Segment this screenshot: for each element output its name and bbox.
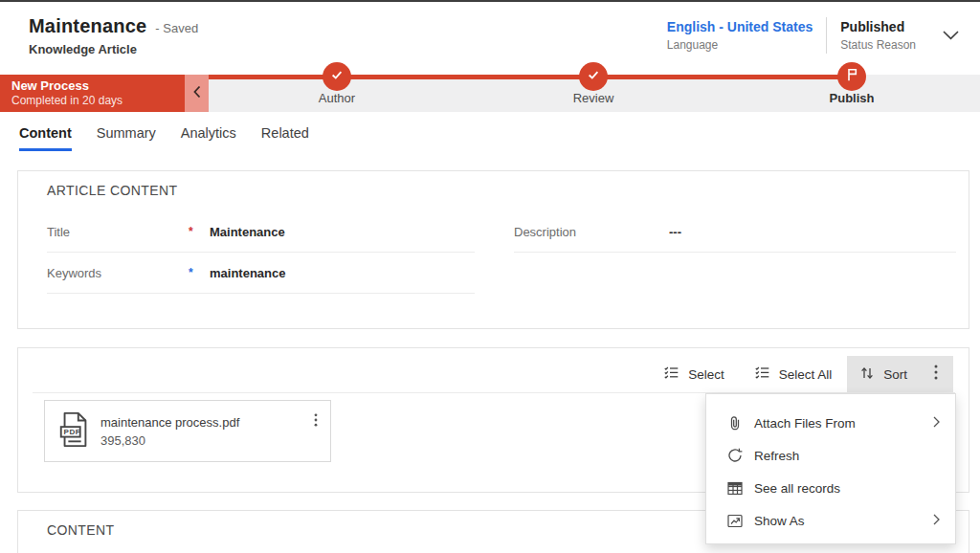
stage-review-label[interactable]: Review (517, 91, 670, 105)
select-button-label: Select (688, 367, 724, 382)
language-label: Language (667, 38, 813, 52)
sort-arrows-icon (860, 366, 874, 383)
status-reason-value: Published (840, 19, 916, 34)
more-vertical-icon (934, 365, 938, 384)
stage-publish-button[interactable] (837, 62, 866, 91)
menu-item-attach-files-from[interactable]: Attach Files From (706, 407, 955, 439)
paperclip-icon (726, 415, 744, 431)
status-reason-label: Status Reason (840, 38, 916, 52)
status-reason-field: Published Status Reason (827, 19, 929, 52)
menu-item-label: Show As (754, 514, 933, 528)
description-field-row[interactable]: Description --- (514, 211, 956, 253)
page-title: Maintenance (29, 15, 146, 37)
file-more-button[interactable] (310, 411, 322, 432)
menu-item-label: Attach Files From (754, 416, 933, 431)
record-header: Maintenance - Saved Knowledge Article En… (0, 2, 980, 72)
language-value-link[interactable]: English - United States (667, 19, 813, 34)
select-all-button-label: Select All (779, 367, 833, 382)
keywords-field-label: Keywords (47, 266, 189, 280)
menu-item-show-as[interactable]: Show As (706, 504, 955, 537)
required-marker: * (189, 225, 210, 238)
chevron-left-icon (193, 85, 201, 102)
attachment-file-card[interactable]: PDF maintenance process.pdf 395,830 (44, 400, 331, 462)
process-progress-line (209, 75, 852, 79)
flag-icon (846, 68, 858, 85)
show-as-icon (726, 514, 744, 528)
article-content-section: ARTICLE CONTENT Title * Maintenance Keyw… (17, 170, 969, 329)
select-button[interactable]: Select (649, 356, 740, 392)
stage-author-label[interactable]: Author (260, 91, 413, 105)
section-title: CONTENT (47, 522, 114, 538)
tab-summary[interactable]: Summary (97, 125, 156, 151)
keywords-field-row[interactable]: Keywords * maintenance (47, 253, 475, 294)
chevron-down-icon[interactable] (939, 27, 963, 44)
sort-more-group: Sort (847, 356, 953, 392)
article-left-column: Title * Maintenance Keywords * maintenan… (47, 211, 475, 294)
file-meta: maintenance process.pdf 395,830 (100, 415, 239, 448)
sort-button[interactable]: Sort (847, 356, 919, 392)
process-duration: Completed in 20 days (11, 94, 185, 107)
svg-text:PDF: PDF (64, 428, 81, 436)
select-all-button[interactable]: Select All (740, 356, 848, 392)
title-field-label: Title (47, 225, 189, 239)
file-name: maintenance process.pdf (100, 415, 239, 430)
refresh-icon (726, 448, 744, 463)
pdf-file-icon: PDF (57, 411, 92, 452)
attachments-toolbar: Select Select All (649, 356, 953, 392)
process-collapse-button[interactable] (185, 75, 209, 112)
menu-item-refresh[interactable]: Refresh (706, 439, 955, 472)
menu-item-label: See all records (754, 481, 940, 496)
record-title-block: Maintenance - Saved Knowledge Article (29, 15, 198, 56)
chevron-right-icon (933, 416, 940, 431)
more-commands-button[interactable] (919, 356, 953, 392)
article-right-column: Description --- (514, 211, 956, 253)
business-process-flow: New Process Completed in 20 days Author … (0, 75, 980, 112)
menu-item-see-all-records[interactable]: See all records (706, 472, 955, 504)
entity-name: Knowledge Article (29, 42, 198, 56)
language-field: English - United States Language (654, 19, 826, 52)
tab-related[interactable]: Related (261, 125, 309, 151)
stage-review-button[interactable] (579, 62, 608, 91)
menu-item-label: Refresh (754, 449, 940, 463)
table-icon (726, 481, 744, 496)
more-commands-menu: Attach Files From Refresh See all record… (705, 393, 956, 544)
recommended-marker: * (189, 266, 210, 279)
description-field-label: Description (514, 225, 648, 239)
save-status: - Saved (155, 21, 198, 35)
process-name: New Process (11, 78, 185, 94)
checklist-icon (664, 366, 679, 382)
sort-button-label: Sort (883, 367, 907, 382)
stage-author-button[interactable] (323, 62, 351, 91)
check-icon (330, 68, 344, 85)
keywords-field-value[interactable]: maintenance (210, 266, 285, 280)
chevron-right-icon (933, 514, 940, 528)
tab-analytics[interactable]: Analytics (181, 125, 236, 151)
title-field-value[interactable]: Maintenance (210, 225, 285, 239)
section-title: ARTICLE CONTENT (47, 183, 177, 198)
more-vertical-icon (314, 413, 318, 430)
process-name-badge: New Process Completed in 20 days (0, 75, 185, 112)
header-fields: English - United States Language Publish… (654, 17, 963, 54)
record-tabs: Content Summary Analytics Related (19, 125, 309, 151)
tab-content[interactable]: Content (19, 125, 72, 151)
title-field-row[interactable]: Title * Maintenance (47, 211, 475, 253)
file-size: 395,830 (100, 433, 239, 448)
checklist-icon (755, 366, 769, 382)
description-field-value[interactable]: --- (669, 225, 681, 239)
stage-publish-label[interactable]: Publish (775, 91, 928, 105)
app-window: Maintenance - Saved Knowledge Article En… (0, 0, 980, 553)
check-icon (587, 68, 600, 85)
